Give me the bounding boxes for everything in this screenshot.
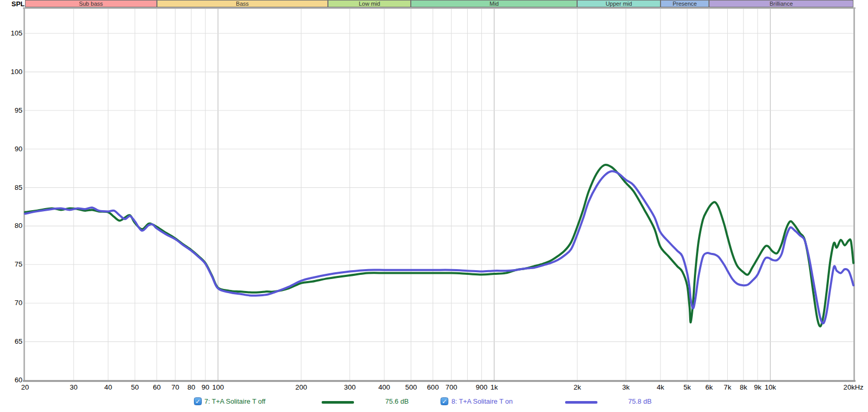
legend-avg-db-2: 75.8 dB [628, 397, 652, 405]
x-tick-label-300: 300 [344, 383, 356, 391]
y-tick-label-90: 90 [2, 145, 22, 153]
y-tick-label-100: 100 [2, 68, 22, 76]
x-tick-label-100: 100 [212, 383, 224, 391]
x-tick-label-200: 200 [295, 383, 307, 391]
x-tick-label-10k: 10k [765, 383, 776, 391]
legend-line-swatch-2 [565, 401, 597, 404]
plot-area [0, 0, 868, 412]
y-tick-label-60: 60 [2, 376, 22, 384]
x-tick-label-50: 50 [131, 383, 139, 391]
y-tick-label-70: 70 [2, 299, 22, 307]
y-tick-label-75: 75 [2, 260, 22, 268]
x-tick-label-20khz: 20kHz [843, 383, 863, 391]
legend-line-swatch-1 [322, 401, 354, 404]
legend-avg-db-1: 75.6 dB [385, 397, 409, 405]
x-tick-label-4k: 4k [657, 383, 664, 391]
legend-checkbox-2[interactable]: ✓ [441, 397, 448, 405]
x-tick-label-70: 70 [172, 383, 179, 391]
x-tick-label-600: 600 [427, 383, 439, 391]
x-tick-label-60: 60 [153, 383, 161, 391]
x-tick-label-3k: 3k [622, 383, 629, 391]
x-tick-label-30: 30 [70, 383, 78, 391]
x-tick-label-7k: 7k [724, 383, 731, 391]
x-tick-label-700: 700 [446, 383, 458, 391]
x-tick-label-8k: 8k [740, 383, 747, 391]
frequency-response-chart: SPL Sub bassBassLow midMidUpper midPrese… [0, 0, 868, 412]
y-tick-label-95: 95 [2, 106, 22, 114]
y-tick-label-80: 80 [2, 222, 22, 229]
y-tick-label-105: 105 [2, 29, 22, 37]
x-tick-label-80: 80 [187, 383, 195, 391]
x-tick-label-9k: 9k [754, 383, 761, 391]
x-tick-label-400: 400 [378, 383, 390, 391]
x-tick-label-5k: 5k [683, 383, 691, 391]
x-tick-label-2k: 2k [573, 383, 581, 391]
x-tick-label-20: 20 [21, 383, 29, 391]
x-tick-label-1k: 1k [491, 383, 498, 391]
trace-8-t-a-solitaire-t-on [25, 171, 853, 323]
legend-checkbox-1[interactable]: ✓ [194, 397, 202, 405]
legend-label-2: 8: T+A Solitaire T on [451, 397, 512, 405]
trace-7-t-a-solitaire-t-off [25, 165, 853, 326]
legend-label-1: 7: T+A Solitaire T off [204, 397, 265, 405]
x-tick-label-90: 90 [201, 383, 209, 391]
y-tick-label-65: 65 [2, 337, 22, 345]
x-tick-label-500: 500 [405, 383, 417, 391]
x-tick-label-900: 900 [475, 383, 487, 391]
x-tick-label-6k: 6k [705, 383, 713, 391]
y-tick-label-85: 85 [2, 184, 22, 191]
x-tick-label-40: 40 [104, 383, 112, 391]
